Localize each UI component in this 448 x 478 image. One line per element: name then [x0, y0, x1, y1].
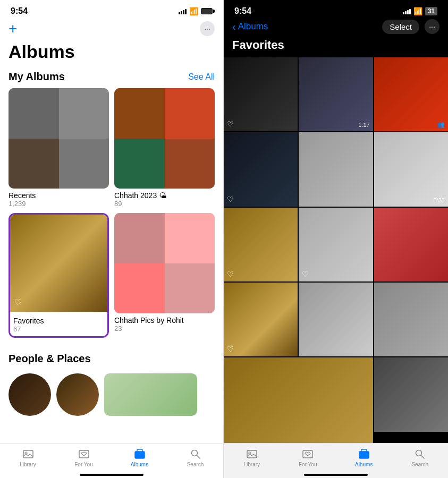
album-chhath2023-count: 89 — [114, 200, 215, 208]
heart-icon-10: ♡ — [227, 345, 234, 353]
people-places-label: People & Places — [9, 353, 91, 365]
album-favorites-thumb: ♡ — [10, 215, 107, 312]
photos-grid: ♡ 1:17 👥 ♡ 0:33 ♡ ♡ ♡ ♡ — [224, 57, 448, 443]
my-albums-section-header: My Albums See All — [0, 69, 223, 88]
home-indicator-right — [304, 474, 368, 476]
map-thumb[interactable] — [104, 373, 197, 416]
photo-2[interactable]: 1:17 — [299, 57, 373, 131]
people-places-section: People & Places — [0, 338, 223, 416]
right-nav-foryou-label: For You — [299, 462, 317, 467]
heart-icon-7: ♡ — [227, 270, 234, 278]
photo-14[interactable] — [374, 357, 448, 431]
search-icon — [189, 448, 202, 460]
svg-rect-0 — [23, 450, 33, 458]
foryou-icon — [78, 448, 90, 460]
status-icons: 📶 — [179, 7, 213, 15]
video-duration-2: 1:17 — [358, 122, 369, 128]
photo-1[interactable]: ♡ — [224, 57, 298, 131]
svg-rect-3 — [135, 451, 145, 458]
right-status-icons: 📶 31 — [403, 7, 437, 15]
people-icon: 👥 — [437, 121, 445, 128]
nav-foryou[interactable]: For You — [56, 448, 112, 467]
right-albums-icon — [358, 448, 370, 460]
library-icon — [22, 448, 35, 460]
right-panel: 9:54 📶 31 ‹ Albums Select ··· Favorites — [224, 0, 448, 478]
photo-8[interactable]: ♡ — [299, 208, 373, 281]
see-all-button[interactable]: See All — [188, 72, 215, 82]
photo-10[interactable]: ♡ — [224, 283, 298, 356]
right-bottom-nav: Library For You Albums — [224, 443, 448, 478]
select-button[interactable]: Select — [382, 20, 419, 34]
right-nav-foryou[interactable]: For You — [280, 448, 336, 467]
people-places-header: People & Places — [9, 346, 215, 369]
photo-11[interactable] — [299, 283, 373, 356]
my-albums-label: My Albums — [9, 71, 65, 83]
photo-12[interactable] — [374, 283, 448, 356]
album-recents-thumb — [9, 88, 109, 189]
nav-albums[interactable]: Albums — [112, 448, 167, 467]
album-favorites-name: Favorites — [13, 317, 104, 325]
photo-6[interactable]: 0:33 — [374, 132, 448, 206]
signal-icon — [179, 8, 187, 14]
album-recents[interactable]: Recents 1,239 — [9, 88, 109, 208]
add-button[interactable]: + — [9, 20, 17, 37]
nav-search[interactable]: Search — [167, 448, 223, 467]
svg-point-10 — [416, 450, 422, 456]
album-favorites-count: 67 — [13, 325, 104, 333]
album-chhath-rohit-thumb — [114, 213, 215, 313]
album-chhath2023[interactable]: Chhath 2023 🌤 89 — [114, 88, 215, 208]
home-indicator-left — [80, 474, 143, 476]
back-chevron-icon: ‹ — [232, 21, 236, 33]
more-button[interactable]: ··· — [200, 21, 215, 36]
photo-3[interactable]: 👥 — [374, 57, 448, 131]
right-battery-icon: 31 — [425, 7, 437, 15]
photo-13[interactable]: ♡ — [224, 357, 373, 443]
album-chhath-rohit-count: 23 — [114, 325, 215, 332]
right-wifi-icon: 📶 — [413, 7, 422, 15]
photo-7[interactable]: ♡ — [224, 208, 298, 281]
status-bar: 9:54 📶 — [0, 0, 223, 18]
album-chhath-rohit-name: Chhath Pics by Rohit — [114, 316, 215, 325]
svg-point-4 — [191, 450, 197, 456]
album-chhath-rohit[interactable]: Chhath Pics by Rohit 23 — [114, 213, 215, 338]
right-nav-albums-label: Albums — [355, 462, 373, 467]
left-panel: 9:54 📶 + ··· Albums My Albums See All — [0, 0, 224, 478]
status-time: 9:54 — [11, 6, 28, 16]
right-foryou-icon — [301, 448, 314, 460]
right-nav-search[interactable]: Search — [392, 448, 449, 467]
more-button-right[interactable]: ··· — [425, 19, 439, 34]
video-duration-6: 0:33 — [434, 197, 445, 203]
nav-search-label: Search — [187, 462, 204, 467]
nav-library[interactable]: Library — [0, 448, 56, 467]
photo-5[interactable] — [299, 132, 373, 206]
right-nav-albums[interactable]: Albums — [336, 448, 392, 467]
right-nav-library[interactable]: Library — [224, 448, 280, 467]
right-signal-icon — [403, 8, 411, 14]
svg-rect-6 — [247, 450, 257, 458]
battery-icon — [201, 8, 213, 14]
right-nav-search-label: Search — [411, 462, 428, 467]
album-favorites[interactable]: ♡ Favorites 67 — [9, 213, 109, 338]
people-grid — [9, 373, 215, 416]
person-1[interactable] — [9, 373, 51, 416]
wifi-icon: 📶 — [189, 7, 198, 15]
photo-4[interactable]: ♡ — [224, 132, 298, 206]
favorites-title: Favorites — [224, 38, 448, 57]
nav-albums-label: Albums — [131, 462, 148, 467]
bottom-nav: Library For You Albums — [0, 443, 223, 478]
heart-icon-1: ♡ — [227, 120, 234, 128]
nav-library-label: Library — [20, 462, 36, 467]
right-nav-library-label: Library — [243, 462, 260, 467]
svg-rect-2 — [79, 450, 89, 458]
albums-grid: Recents 1,239 Chhath 2023 🌤 89 ♡ — [0, 88, 223, 338]
back-button[interactable]: ‹ Albums — [232, 21, 268, 33]
heart-icon-4: ♡ — [227, 195, 234, 203]
album-recents-name: Recents — [9, 191, 109, 200]
svg-rect-8 — [303, 450, 312, 458]
back-label: Albums — [238, 21, 268, 32]
right-toolbar: ‹ Albums Select ··· — [224, 18, 448, 38]
photo-9[interactable] — [374, 208, 448, 281]
album-recents-count: 1,239 — [9, 200, 109, 208]
person-2[interactable] — [56, 373, 99, 416]
nav-foryou-label: For You — [74, 462, 92, 467]
